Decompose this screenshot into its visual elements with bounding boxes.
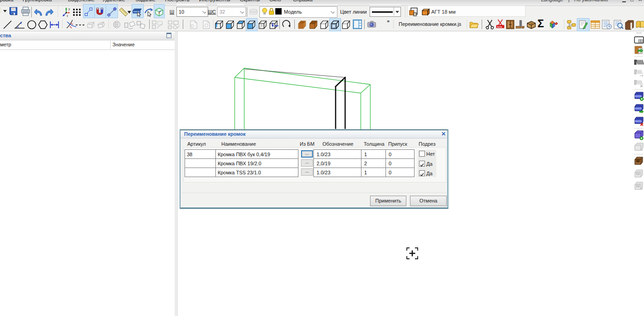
- svg-text:y: y: [68, 7, 70, 11]
- svg-text:z: z: [67, 14, 68, 17]
- svg-text:beta: beta: [497, 25, 503, 28]
- svg-text:1: 1: [93, 21, 95, 24]
